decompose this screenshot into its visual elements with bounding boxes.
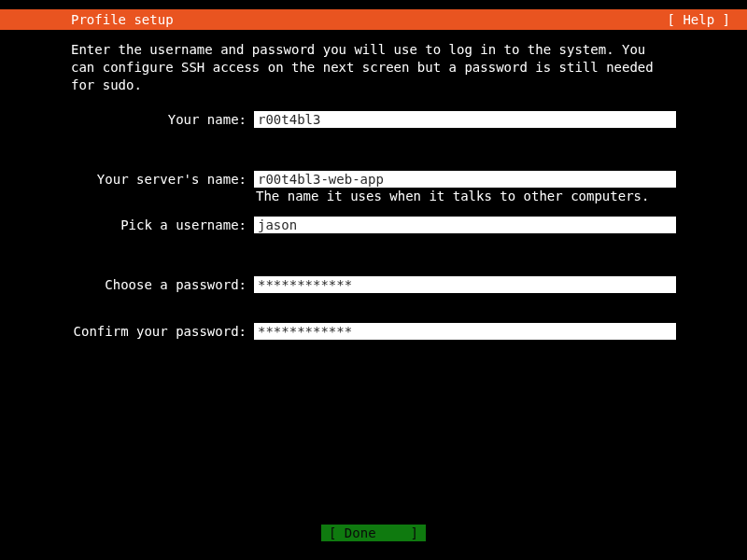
instructions-text: Enter the username and password you will… [71, 41, 676, 94]
label-confirm: Confirm your password: [71, 323, 254, 339]
password-input[interactable] [254, 276, 676, 293]
page-title: Profile setup [11, 12, 174, 27]
label-server: Your server's name: [71, 171, 254, 187]
label-name: Your name: [71, 111, 254, 127]
form-row-password: Choose a password: [71, 276, 676, 293]
server-name-hint: The name it uses when it talks to other … [254, 189, 676, 203]
footer: [ Done ] [0, 525, 747, 541]
confirm-password-input[interactable] [254, 323, 676, 340]
header-bar: Profile setup [ Help ] [0, 9, 747, 30]
label-username: Pick a username: [71, 217, 254, 232]
form-row-name: Your name: [71, 111, 676, 128]
name-input[interactable] [254, 111, 676, 128]
done-button[interactable]: [ Done ] [321, 525, 426, 541]
form-row-username: Pick a username: [71, 217, 676, 233]
username-input[interactable] [254, 217, 676, 233]
content-area: Enter the username and password you will… [0, 30, 747, 340]
label-password: Choose a password: [71, 276, 254, 292]
done-button-right: ] [411, 525, 418, 540]
form-row-confirm: Confirm your password: [71, 323, 676, 340]
done-button-left: [ Done [329, 525, 376, 540]
form-row-server: Your server's name: The name it uses whe… [71, 171, 676, 213]
server-name-input[interactable] [254, 171, 676, 188]
help-button[interactable]: [ Help ] [668, 12, 730, 27]
